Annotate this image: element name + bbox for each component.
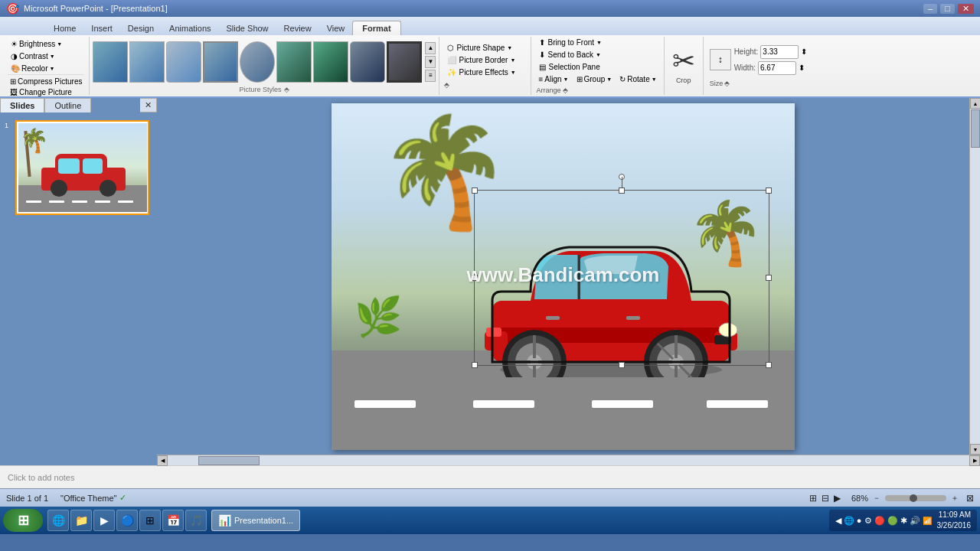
styles-scroll-up[interactable]: ▲ (425, 42, 436, 54)
tray-clock[interactable]: 11:09 AM 3/26/2016 (937, 510, 972, 531)
tray-icon-3[interactable]: 🔴 (874, 516, 885, 526)
style-thumb-6[interactable] (313, 41, 348, 83)
explorer-btn[interactable]: 📁 (70, 510, 92, 531)
style-thumb-4[interactable] (240, 41, 275, 83)
brightness-btn[interactable]: ☀ Brightness ▼ (8, 38, 84, 50)
align-dropdown[interactable]: ▼ (564, 77, 569, 82)
normal-view-btn[interactable]: ⊞ (809, 493, 817, 504)
picture-border-btn[interactable]: ⬜ Picture Border ▼ (444, 55, 526, 65)
close-btn[interactable]: ✕ (958, 4, 974, 14)
size-expand-icon[interactable]: ⬘ (724, 80, 730, 87)
chrome-btn[interactable]: 🔵 (116, 510, 138, 531)
zoom-out-btn[interactable]: － (873, 493, 880, 504)
styles-scroll-down[interactable]: ▼ (425, 56, 436, 68)
tray-bluetooth[interactable]: ✱ (900, 516, 907, 526)
rotate-btn[interactable]: ↻ Rotate ▼ (617, 74, 658, 84)
tray-icon-4[interactable]: 🟢 (887, 516, 898, 526)
pe-dropdown[interactable]: ▼ (511, 70, 516, 75)
stb-dropdown[interactable]: ▼ (596, 52, 601, 57)
fit-window-btn[interactable]: ⊠ (966, 493, 974, 504)
scroll-thumb-v[interactable] (971, 109, 980, 148)
tray-icon-1[interactable]: ● (857, 516, 862, 525)
media-btn[interactable]: ▶ (93, 510, 115, 531)
media2-btn[interactable]: 🎵 (185, 510, 207, 531)
tray-icon-2[interactable]: ⚙ (864, 516, 872, 526)
rotate-dropdown[interactable]: ▼ (652, 77, 657, 82)
ie-btn[interactable]: 🌐 (47, 510, 69, 531)
style-thumb-selected[interactable] (387, 41, 422, 83)
scroll-down-btn[interactable]: ▼ (970, 444, 980, 455)
tab-insert[interactable]: Insert (83, 21, 120, 35)
active-app-btn[interactable]: 📊 Presentation1... (211, 510, 300, 531)
btf-dropdown[interactable]: ▼ (596, 40, 602, 45)
crop-btn[interactable]: ✂ (672, 47, 695, 75)
tray-volume[interactable]: 🔊 (910, 516, 920, 526)
width-input[interactable] (758, 61, 796, 75)
arrange-expand-icon[interactable]: ⬘ (563, 86, 568, 94)
picture-shape-btn[interactable]: ⬡ Picture Shape ▼ (444, 43, 526, 53)
slide-sorter-btn[interactable]: ⊟ (822, 493, 829, 504)
pic-expand-icon[interactable]: ⬘ (444, 81, 526, 89)
style-thumb-0[interactable] (93, 41, 128, 83)
brightness-dropdown[interactable]: ▼ (57, 41, 62, 47)
tray-arrow[interactable]: ◀ (835, 516, 841, 526)
group-btn[interactable]: ⊞ Group ▼ (574, 74, 615, 84)
scroll-left-btn[interactable]: ◀ (157, 455, 168, 466)
style-thumb-1[interactable] (129, 41, 165, 83)
tray-network[interactable]: 🌐 (844, 516, 854, 526)
slide-thumb-border[interactable]: 🌴 (15, 120, 149, 215)
tab-format[interactable]: Format (352, 21, 400, 35)
scroll-up-btn[interactable]: ▲ (970, 98, 980, 109)
recolor-btn[interactable]: 🎨 Recolor ▼ (8, 63, 84, 74)
height-spinner[interactable]: ⬍ (801, 47, 807, 56)
ps-dropdown[interactable]: ▼ (507, 45, 512, 51)
scroll-thumb-h[interactable] (198, 456, 260, 465)
zoom-thumb[interactable] (910, 494, 917, 502)
tab-design[interactable]: Design (120, 21, 162, 35)
style-thumb-3[interactable] (203, 41, 238, 83)
contrast-dropdown[interactable]: ▼ (50, 54, 55, 59)
picture-effects-btn[interactable]: ✨ Picture Effects ▼ (444, 67, 526, 77)
style-thumb-2[interactable] (166, 41, 201, 83)
styles-expand[interactable]: ≡ (425, 70, 436, 82)
style-thumb-5[interactable] (276, 41, 312, 83)
scroll-track-v[interactable] (970, 109, 980, 444)
start-button[interactable]: ⊞ (3, 509, 43, 532)
style-thumb-7[interactable] (350, 41, 385, 83)
scroll-track-h[interactable] (168, 455, 969, 465)
zoom-in-btn[interactable]: ＋ (951, 493, 959, 504)
maximize-btn[interactable]: □ (940, 4, 955, 14)
selection-pane-btn[interactable]: ▤ Selection Pane (536, 62, 603, 72)
slides-tab[interactable]: Slides (0, 98, 44, 112)
scroll-right-btn[interactable]: ▶ (969, 455, 980, 466)
notes-placeholder[interactable]: Click to add notes (8, 473, 74, 482)
tray-network-bars[interactable]: 📶 (923, 517, 932, 525)
compress-pictures-btn[interactable]: ⊞ Compress Pictures (8, 77, 84, 86)
align-btn[interactable]: ≡ Align ▼ (536, 74, 570, 84)
slideshow-btn[interactable]: ▶ (834, 493, 841, 504)
minimize-btn[interactable]: – (923, 4, 937, 14)
outline-tab[interactable]: Outline (44, 98, 91, 112)
change-picture-btn[interactable]: 🖼 Change Picture (8, 87, 84, 97)
contrast-btn[interactable]: ◑ Contrast ▼ (8, 51, 84, 62)
slide-item-1[interactable]: 1 🌴 (15, 120, 149, 215)
pb-dropdown[interactable]: ▼ (510, 57, 515, 63)
tab-view[interactable]: View (319, 21, 353, 35)
tab-review[interactable]: Review (276, 21, 319, 35)
slide-canvas[interactable]: 🌴 🌴 🌿 (332, 103, 795, 450)
recolor-dropdown[interactable]: ▼ (49, 66, 54, 71)
notes-bar[interactable]: Click to add notes (0, 465, 980, 488)
height-input[interactable] (760, 45, 799, 59)
sidebar-close-btn[interactable]: ✕ (140, 98, 157, 112)
tab-home[interactable]: Home (46, 21, 83, 35)
bring-to-front-btn[interactable]: ⬆ Bring to Front ▼ (536, 37, 658, 47)
group-dropdown[interactable]: ▼ (606, 77, 612, 82)
send-to-back-btn[interactable]: ⬇ Send to Back ▼ (536, 50, 658, 60)
calendar-btn[interactable]: 📅 (162, 510, 184, 531)
apps-btn[interactable]: ⊞ (139, 510, 161, 531)
tab-slideshow[interactable]: Slide Show (219, 21, 276, 35)
tab-animations[interactable]: Animations (162, 21, 218, 35)
width-spinner[interactable]: ⬍ (799, 64, 805, 72)
zoom-slider[interactable] (885, 495, 946, 501)
pic-styles-expand-icon[interactable]: ⬘ (284, 86, 289, 93)
